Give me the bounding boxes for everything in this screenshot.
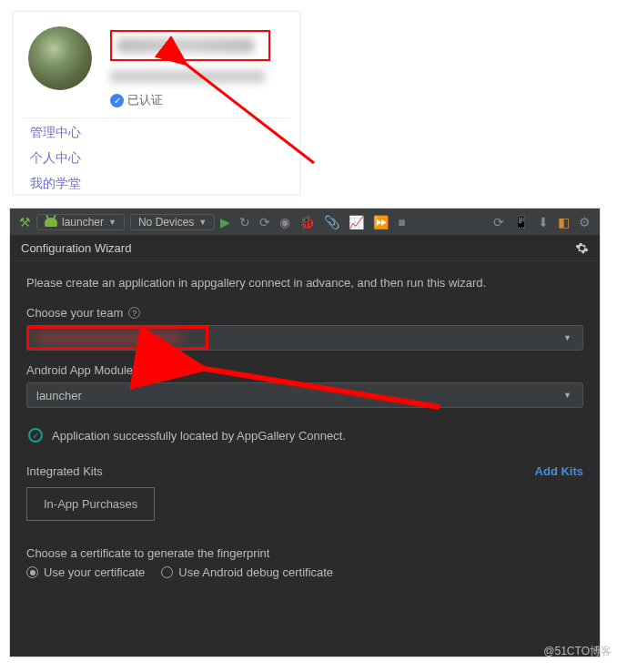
stop-icon[interactable]: ■ [394,215,409,229]
chevron-down-icon: ▼ [563,391,571,400]
profiler-icon[interactable]: 📈 [345,215,368,229]
debug-actions-icon[interactable]: ⏩ [369,215,392,229]
hammer-icon[interactable]: ⚒ [15,215,35,229]
wizard-intro: Please create an application in appgalle… [26,276,583,290]
profile-links: 管理中心 个人中心 我的学堂 [23,117,290,195]
wizard-title: Configuration Wizard [21,241,131,255]
gear-icon[interactable] [575,241,589,255]
chevron-down-icon: ▼ [563,333,571,342]
help-icon[interactable]: ? [128,307,140,319]
team-highlight-box [26,326,208,350]
radio-icon [161,566,173,578]
module-value: launcher [27,389,82,402]
verified-badge: ✓ 已认证 [110,92,270,108]
attach-debugger-icon[interactable]: 📎 [320,215,343,229]
avd-manager-icon[interactable]: 📱 [510,215,532,229]
team-label: Choose your team ? [26,306,583,320]
module-dropdown[interactable]: launcher ▼ [26,382,583,408]
inspect-icon[interactable]: ◧ [554,215,573,229]
ide-window: ⚒ launcher ▼ No Devices ▼ ▶ ↻ ⟳ ◉ 🐞 📎 📈 … [9,208,601,657]
watermark: @51CTO博客 [543,644,612,659]
profile-run-icon[interactable]: ◉ [276,215,294,229]
profile-card: ✓ 已认证 管理中心 个人中心 我的学堂 [13,11,300,195]
personal-center-link[interactable]: 个人中心 [23,144,290,169]
profile-info: ✓ 已认证 [110,26,270,108]
profile-header: ✓ 已认证 [14,26,299,117]
username-highlight-box [110,30,270,61]
add-kits-link[interactable]: Add Kits [535,464,583,478]
wizard-header: Configuration Wizard [10,236,600,261]
kit-in-app-purchases[interactable]: In-App Purchases [26,487,155,521]
sdk-manager-icon[interactable]: ⬇ [534,215,552,229]
kits-label: Integrated Kits [26,464,103,478]
radio-use-debug-cert[interactable]: Use Android debug certificate [161,565,333,579]
username-blurred [117,38,254,53]
debug-run-icon[interactable]: ↻ [236,215,254,229]
check-circle-icon: ✓ [28,428,43,443]
radio-icon [26,566,38,578]
cert-radio-group: Use your certificate Use Android debug c… [26,565,583,579]
avatar[interactable] [28,26,92,90]
device-dropdown[interactable]: No Devices ▼ [130,214,215,230]
run-config-dropdown[interactable]: launcher ▼ [36,214,125,230]
chevron-down-icon: ▼ [198,218,207,227]
bug-icon[interactable]: 🐞 [296,215,319,229]
cert-label: Choose a certificate to generate the fin… [26,546,583,560]
verified-icon: ✓ [110,94,124,107]
wizard-body: Please create an application in appgalle… [10,261,600,588]
radio-use-your-cert[interactable]: Use your certificate [26,565,145,579]
android-icon [45,218,57,227]
status-text: Application successfully located by AppG… [52,429,346,443]
module-label: Android App Module [26,363,583,377]
coverage-icon[interactable]: ⟳ [256,215,274,229]
ide-toolbar: ⚒ launcher ▼ No Devices ▼ ▶ ↻ ⟳ ◉ 🐞 📎 📈 … [10,209,600,236]
run-icon[interactable]: ▶ [217,215,234,229]
verified-label: 已认证 [127,92,163,108]
manage-center-link[interactable]: 管理中心 [23,118,290,144]
team-dropdown[interactable]: ▼ [26,325,583,351]
run-config-label: launcher [62,216,104,229]
my-learning-link[interactable]: 我的学堂 [23,169,290,195]
kits-header: Integrated Kits Add Kits [26,464,583,478]
more-icon[interactable]: ⚙ [575,215,594,229]
subtitle-blurred [110,70,265,83]
status-row: ✓ Application successfully located by Ap… [26,421,583,443]
device-label: No Devices [138,216,194,229]
sync-icon[interactable]: ⟳ [490,215,508,229]
team-value-blurred [36,331,182,344]
chevron-down-icon: ▼ [108,218,116,227]
